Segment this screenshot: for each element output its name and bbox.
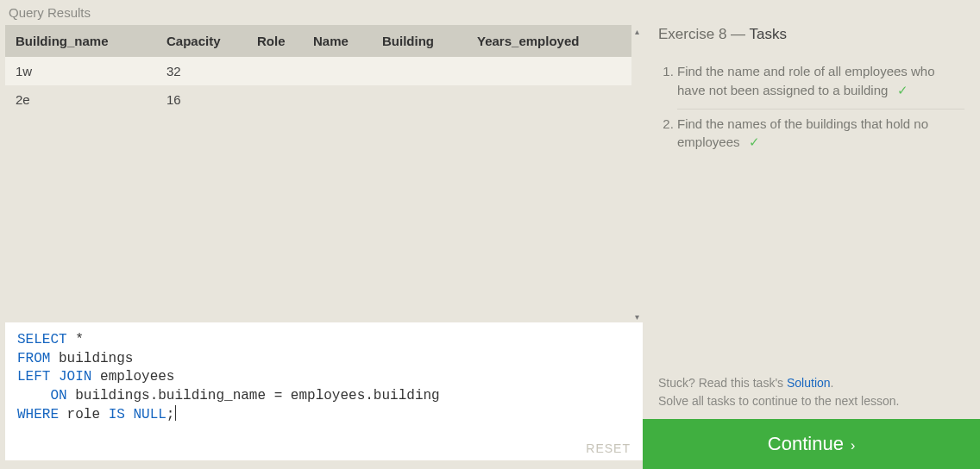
cell [247, 57, 303, 85]
col-header: Years_employed [467, 25, 631, 57]
cell: 32 [156, 57, 247, 85]
scroll-up-icon[interactable]: ▴ [631, 25, 643, 37]
continue-label: Continue [768, 433, 844, 454]
continue-button[interactable]: Continue› [643, 419, 980, 469]
cell [467, 85, 631, 114]
task-list: Find the name and role of all employees … [658, 57, 964, 160]
sql-code[interactable]: SELECT * FROM buildings LEFT JOIN employ… [17, 331, 631, 425]
col-header: Capacity [156, 25, 247, 57]
results-table: Building_name Capacity Role Name Buildin… [5, 25, 631, 114]
text-cursor [175, 405, 176, 421]
check-icon: ✓ [897, 83, 908, 97]
query-results-title: Query Results [9, 5, 643, 20]
task-text: Find the name and role of all employees … [677, 64, 935, 97]
cell: 16 [156, 85, 247, 114]
cell [303, 57, 372, 85]
task-item: Find the names of the buildings that hol… [677, 109, 964, 161]
table-row: 2e 16 [5, 85, 631, 114]
sql-editor[interactable]: SELECT * FROM buildings LEFT JOIN employ… [5, 322, 643, 460]
table-row: 1w 32 [5, 57, 631, 85]
chevron-right-icon: › [851, 438, 855, 453]
exercise-word: Tasks [750, 26, 787, 42]
cell [467, 57, 631, 85]
check-icon: ✓ [749, 134, 760, 149]
task-text: Find the names of the buildings that hol… [677, 116, 928, 150]
col-header: Building_name [5, 25, 156, 57]
scroll-down-icon[interactable]: ▾ [631, 310, 643, 322]
col-header: Name [303, 25, 372, 57]
exercise-prefix: Exercise 8 — [658, 26, 750, 42]
results-scrollbar[interactable]: ▴ ▾ [631, 25, 643, 322]
table-header-row: Building_name Capacity Role Name Buildin… [5, 25, 631, 57]
cell [372, 57, 467, 85]
task-item: Find the name and role of all employees … [677, 57, 964, 109]
hint-line2: Solve all tasks to continue to the next … [658, 394, 899, 408]
cell: 1w [5, 57, 156, 85]
cell [247, 85, 303, 114]
hint-prefix: Stuck? Read this task's [658, 376, 787, 390]
solution-link[interactable]: Solution [787, 376, 831, 390]
left-pane: Query Results Building_name Capacity Rol… [0, 0, 643, 469]
right-pane: Exercise 8 — Tasks Find the name and rol… [643, 0, 980, 469]
cell [372, 85, 467, 114]
cell [303, 85, 372, 114]
exercise-title: Exercise 8 — Tasks [658, 26, 964, 43]
hint-suffix: . [831, 376, 834, 390]
results-area: Building_name Capacity Role Name Buildin… [5, 25, 643, 322]
reset-button[interactable]: RESET [17, 428, 631, 455]
hint-text: Stuck? Read this task's Solution. Solve … [658, 374, 964, 410]
cell: 2e [5, 85, 156, 114]
col-header: Role [247, 25, 303, 57]
col-header: Building [372, 25, 467, 57]
